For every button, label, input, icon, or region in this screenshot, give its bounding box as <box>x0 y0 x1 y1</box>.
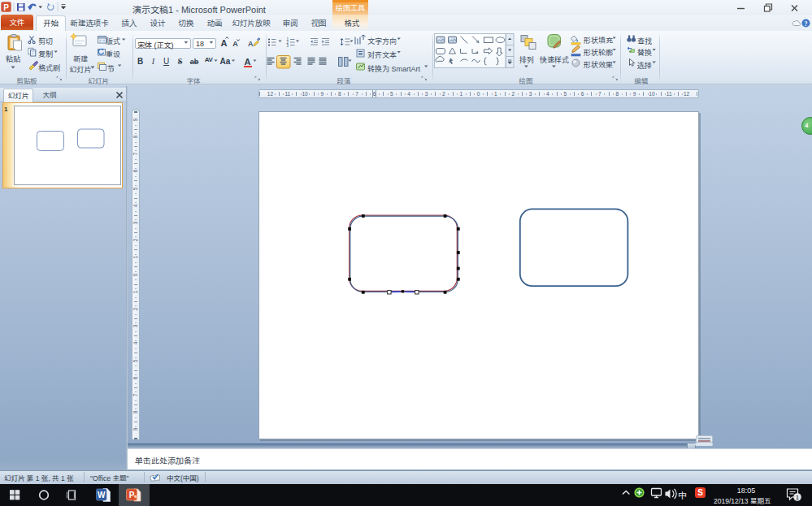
svg-text:P: P <box>129 491 135 500</box>
svg-text:P: P <box>3 3 9 12</box>
svg-text:W: W <box>98 491 106 500</box>
svg-text:?: ? <box>805 20 808 28</box>
svg-text:1: 1 <box>796 494 800 501</box>
